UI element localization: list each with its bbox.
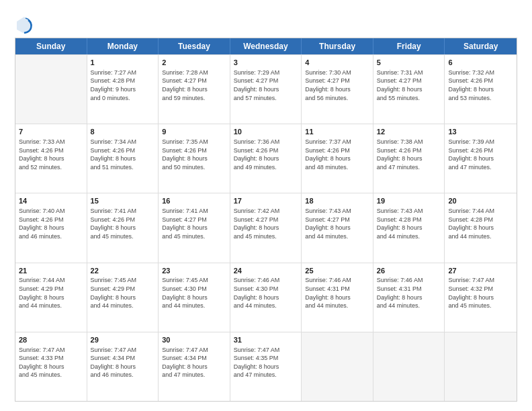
cell-date: 13 xyxy=(448,127,513,137)
header xyxy=(15,12,517,34)
cell-info: Sunrise: 7:46 AM Sunset: 4:31 PM Dayligh… xyxy=(305,276,369,310)
calendar-cell: 20Sunrise: 7:44 AM Sunset: 4:28 PM Dayli… xyxy=(445,193,517,262)
calendar-cell: 24Sunrise: 7:46 AM Sunset: 4:30 PM Dayli… xyxy=(230,263,302,332)
cell-date: 17 xyxy=(234,196,298,206)
calendar-cell: 7Sunrise: 7:33 AM Sunset: 4:26 PM Daylig… xyxy=(15,124,87,193)
cell-date: 30 xyxy=(162,335,226,345)
cell-date: 6 xyxy=(448,58,513,68)
cell-date: 8 xyxy=(91,127,155,137)
day-header-thursday: Thursday xyxy=(302,38,373,54)
cell-date: 29 xyxy=(91,335,155,345)
calendar-cell: 3Sunrise: 7:29 AM Sunset: 4:27 PM Daylig… xyxy=(230,55,302,124)
calendar-header: SundayMondayTuesdayWednesdayThursdayFrid… xyxy=(15,38,517,54)
cell-date: 24 xyxy=(234,266,298,276)
cell-info: Sunrise: 7:45 AM Sunset: 4:30 PM Dayligh… xyxy=(162,276,226,310)
calendar-cell: 6Sunrise: 7:32 AM Sunset: 4:26 PM Daylig… xyxy=(445,55,517,124)
cell-date: 27 xyxy=(448,266,513,276)
day-header-saturday: Saturday xyxy=(445,38,517,54)
calendar-cell: 16Sunrise: 7:41 AM Sunset: 4:27 PM Dayli… xyxy=(159,193,230,262)
cell-info: Sunrise: 7:47 AM Sunset: 4:34 PM Dayligh… xyxy=(162,346,226,379)
cell-info: Sunrise: 7:34 AM Sunset: 4:26 PM Dayligh… xyxy=(91,138,155,171)
cell-info: Sunrise: 7:38 AM Sunset: 4:26 PM Dayligh… xyxy=(377,138,441,171)
calendar-cell: 10Sunrise: 7:36 AM Sunset: 4:26 PM Dayli… xyxy=(230,124,302,193)
calendar-cell: 29Sunrise: 7:47 AM Sunset: 4:34 PM Dayli… xyxy=(87,332,159,401)
cell-date: 20 xyxy=(448,196,513,206)
cell-info: Sunrise: 7:33 AM Sunset: 4:26 PM Dayligh… xyxy=(19,138,83,171)
cell-date: 11 xyxy=(305,127,369,137)
calendar-cell: 14Sunrise: 7:40 AM Sunset: 4:26 PM Dayli… xyxy=(15,193,87,262)
cell-info: Sunrise: 7:37 AM Sunset: 4:26 PM Dayligh… xyxy=(305,138,369,171)
cell-info: Sunrise: 7:47 AM Sunset: 4:33 PM Dayligh… xyxy=(19,346,83,379)
cell-info: Sunrise: 7:43 AM Sunset: 4:27 PM Dayligh… xyxy=(305,207,369,240)
cell-info: Sunrise: 7:40 AM Sunset: 4:26 PM Dayligh… xyxy=(19,207,83,240)
calendar-cell: 8Sunrise: 7:34 AM Sunset: 4:26 PM Daylig… xyxy=(87,124,159,193)
cell-date: 3 xyxy=(234,58,298,68)
calendar-cell: 28Sunrise: 7:47 AM Sunset: 4:33 PM Dayli… xyxy=(15,332,87,401)
cell-info: Sunrise: 7:46 AM Sunset: 4:30 PM Dayligh… xyxy=(234,276,298,310)
calendar-cell: 22Sunrise: 7:45 AM Sunset: 4:29 PM Dayli… xyxy=(87,263,159,332)
cell-date: 28 xyxy=(19,335,83,345)
logo-icon xyxy=(15,15,34,34)
day-header-tuesday: Tuesday xyxy=(159,38,230,54)
cell-info: Sunrise: 7:46 AM Sunset: 4:31 PM Dayligh… xyxy=(377,276,441,310)
calendar-cell: 13Sunrise: 7:39 AM Sunset: 4:26 PM Dayli… xyxy=(445,124,517,193)
calendar-cell: 15Sunrise: 7:41 AM Sunset: 4:26 PM Dayli… xyxy=(87,193,159,262)
cell-date: 22 xyxy=(91,266,155,276)
calendar-week-3: 14Sunrise: 7:40 AM Sunset: 4:26 PM Dayli… xyxy=(15,193,517,262)
cell-info: Sunrise: 7:32 AM Sunset: 4:26 PM Dayligh… xyxy=(448,68,513,102)
calendar-cell: 23Sunrise: 7:45 AM Sunset: 4:30 PM Dayli… xyxy=(159,263,230,332)
cell-date: 18 xyxy=(305,196,369,206)
calendar-cell: 11Sunrise: 7:37 AM Sunset: 4:26 PM Dayli… xyxy=(302,124,373,193)
cell-info: Sunrise: 7:29 AM Sunset: 4:27 PM Dayligh… xyxy=(234,68,298,102)
calendar-cell xyxy=(15,55,87,124)
cell-info: Sunrise: 7:35 AM Sunset: 4:26 PM Dayligh… xyxy=(162,138,226,171)
calendar-cell: 2Sunrise: 7:28 AM Sunset: 4:27 PM Daylig… xyxy=(159,55,230,124)
cell-date: 2 xyxy=(162,58,226,68)
cell-date: 10 xyxy=(234,127,298,137)
cell-info: Sunrise: 7:44 AM Sunset: 4:28 PM Dayligh… xyxy=(448,207,513,240)
day-header-friday: Friday xyxy=(373,38,445,54)
calendar-cell: 1Sunrise: 7:27 AM Sunset: 4:28 PM Daylig… xyxy=(87,55,159,124)
cell-info: Sunrise: 7:47 AM Sunset: 4:32 PM Dayligh… xyxy=(448,276,513,310)
cell-date: 19 xyxy=(377,196,441,206)
cell-date: 23 xyxy=(162,266,226,276)
cell-info: Sunrise: 7:43 AM Sunset: 4:28 PM Dayligh… xyxy=(377,207,441,240)
cell-date: 7 xyxy=(19,127,83,137)
calendar-cell: 17Sunrise: 7:42 AM Sunset: 4:27 PM Dayli… xyxy=(230,193,302,262)
cell-info: Sunrise: 7:41 AM Sunset: 4:27 PM Dayligh… xyxy=(162,207,226,240)
calendar-cell: 5Sunrise: 7:31 AM Sunset: 4:27 PM Daylig… xyxy=(373,55,445,124)
cell-info: Sunrise: 7:47 AM Sunset: 4:35 PM Dayligh… xyxy=(234,346,298,379)
cell-date: 21 xyxy=(19,266,83,276)
cell-info: Sunrise: 7:27 AM Sunset: 4:28 PM Dayligh… xyxy=(91,68,155,102)
calendar-week-2: 7Sunrise: 7:33 AM Sunset: 4:26 PM Daylig… xyxy=(15,124,517,193)
cell-info: Sunrise: 7:39 AM Sunset: 4:26 PM Dayligh… xyxy=(448,138,513,171)
calendar-cell: 12Sunrise: 7:38 AM Sunset: 4:26 PM Dayli… xyxy=(373,124,445,193)
calendar-cell: 31Sunrise: 7:47 AM Sunset: 4:35 PM Dayli… xyxy=(230,332,302,401)
cell-info: Sunrise: 7:45 AM Sunset: 4:29 PM Dayligh… xyxy=(91,276,155,310)
calendar-cell: 25Sunrise: 7:46 AM Sunset: 4:31 PM Dayli… xyxy=(302,263,373,332)
logo xyxy=(15,15,36,34)
cell-date: 9 xyxy=(162,127,226,137)
cell-date: 4 xyxy=(305,58,369,68)
calendar-cell: 4Sunrise: 7:30 AM Sunset: 4:27 PM Daylig… xyxy=(302,55,373,124)
cell-info: Sunrise: 7:44 AM Sunset: 4:29 PM Dayligh… xyxy=(19,276,83,310)
cell-date: 15 xyxy=(91,196,155,206)
calendar-cell: 18Sunrise: 7:43 AM Sunset: 4:27 PM Dayli… xyxy=(302,193,373,262)
calendar-week-1: 1Sunrise: 7:27 AM Sunset: 4:28 PM Daylig… xyxy=(15,54,517,124)
cell-info: Sunrise: 7:47 AM Sunset: 4:34 PM Dayligh… xyxy=(91,346,155,379)
calendar-cell: 30Sunrise: 7:47 AM Sunset: 4:34 PM Dayli… xyxy=(159,332,230,401)
cell-date: 25 xyxy=(305,266,369,276)
day-header-monday: Monday xyxy=(87,38,159,54)
cell-info: Sunrise: 7:28 AM Sunset: 4:27 PM Dayligh… xyxy=(162,68,226,102)
page: SundayMondayTuesdayWednesdayThursdayFrid… xyxy=(0,0,532,411)
calendar-cell: 9Sunrise: 7:35 AM Sunset: 4:26 PM Daylig… xyxy=(159,124,230,193)
day-header-sunday: Sunday xyxy=(15,38,87,54)
cell-info: Sunrise: 7:31 AM Sunset: 4:27 PM Dayligh… xyxy=(377,68,441,102)
cell-date: 14 xyxy=(19,196,83,206)
calendar: SundayMondayTuesdayWednesdayThursdayFrid… xyxy=(15,38,517,402)
cell-date: 12 xyxy=(377,127,441,137)
calendar-cell: 21Sunrise: 7:44 AM Sunset: 4:29 PM Dayli… xyxy=(15,263,87,332)
calendar-body: 1Sunrise: 7:27 AM Sunset: 4:28 PM Daylig… xyxy=(15,54,517,401)
cell-info: Sunrise: 7:30 AM Sunset: 4:27 PM Dayligh… xyxy=(305,68,369,102)
calendar-cell: 19Sunrise: 7:43 AM Sunset: 4:28 PM Dayli… xyxy=(373,193,445,262)
